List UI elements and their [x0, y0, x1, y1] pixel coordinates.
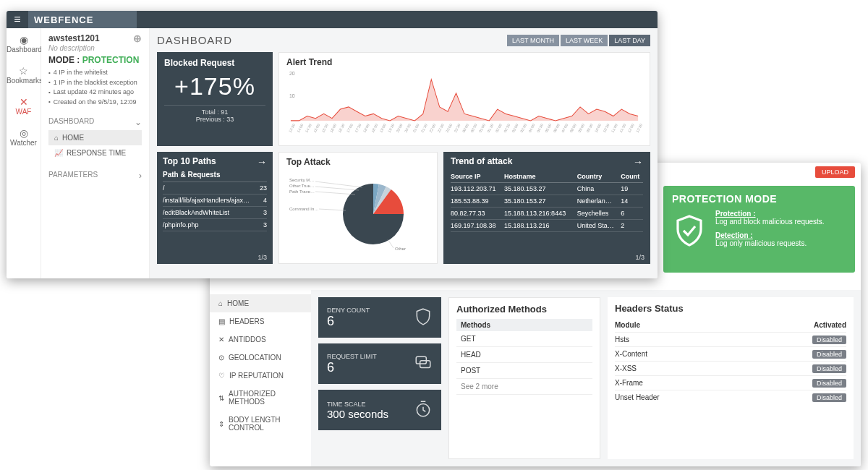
- sidebar-item-home[interactable]: ⌂ HOME: [48, 130, 142, 145]
- arrow-right-icon[interactable]: →: [257, 156, 267, 168]
- rail-item-watcher[interactable]: ◎Watcher: [7, 121, 41, 153]
- svg-text:22:00: 22:00: [428, 123, 436, 134]
- svg-text:11:00: 11:00: [610, 123, 618, 134]
- sidebar-section-parameters[interactable]: PARAMETERS ›: [48, 168, 142, 184]
- project-meta-item: 4 IP in the whitelist: [48, 68, 142, 78]
- svg-text:Security M…: Security M…: [289, 178, 314, 182]
- svg-text:16:30: 16:30: [337, 123, 345, 134]
- svg-text:Command In…: Command In…: [289, 207, 318, 211]
- protection-label: Protection :: [715, 210, 825, 218]
- range-last-month[interactable]: LAST MONTH: [507, 35, 559, 46]
- date-range-toggle: LAST MONTHLAST WEEKLAST DAY: [507, 35, 650, 46]
- project-name: awstest1201: [48, 33, 100, 43]
- mode-label: MODE :: [48, 55, 80, 65]
- svg-text:01:00: 01:00: [478, 123, 486, 134]
- svg-text:20:30: 20:30: [404, 123, 412, 134]
- mode-value: PROTECTION: [82, 55, 140, 65]
- path-row[interactable]: /23: [163, 182, 267, 195]
- attack-row[interactable]: 185.53.88.3935.180.153.27Netherlan…14: [451, 195, 643, 208]
- trend-of-attack-card: Trend of attack→ Source IPHostnameCountr…: [443, 152, 650, 264]
- alert-trend-card: Alert Trend 201013:3014:0014:3015:0015:3…: [278, 52, 650, 146]
- svg-text:20:00: 20:00: [395, 123, 403, 134]
- arrow-right-icon[interactable]: →: [633, 156, 643, 168]
- range-last-week[interactable]: LAST WEEK: [561, 35, 608, 46]
- method-row: GET: [456, 331, 592, 347]
- authorized-methods-card: Authorized Methods Methods GETHEADPOST S…: [448, 297, 600, 459]
- svg-text:20: 20: [289, 70, 295, 76]
- trend-attack-pager: 1/3: [635, 254, 644, 261]
- svg-text:21:30: 21:30: [420, 123, 428, 134]
- sidebar-section-parameters-label: PARAMETERS: [48, 171, 98, 181]
- path-row[interactable]: /phpinfo.php3: [163, 219, 267, 231]
- top-paths-header: Path & Requests: [163, 168, 267, 182]
- protection-mode-panel: PROTECTION MODE Protection : Log and blo…: [663, 186, 855, 273]
- attack-row[interactable]: 193.112.203.7135.180.153.27China19: [451, 183, 643, 195]
- project-more-icon[interactable]: ⊕: [133, 33, 142, 44]
- secondary-nav-ip-reputation[interactable]: ♡IP REPUTATION: [210, 367, 311, 385]
- rail-item-dashboard[interactable]: ◉Dashboard: [7, 28, 41, 59]
- nav-icon: ✕: [218, 336, 224, 343]
- toa-col: Count: [621, 171, 643, 183]
- range-last-day[interactable]: LAST DAY: [609, 35, 650, 46]
- svg-line-49: [315, 181, 362, 187]
- sidebar-section-dashboard[interactable]: DASHBOARD ⌄: [48, 114, 142, 130]
- path-row[interactable]: /install/lib/ajaxHandlers/ajax…4: [163, 195, 267, 207]
- nav-icon: ⌂: [218, 299, 223, 307]
- svg-text:09:00: 09:00: [577, 123, 585, 134]
- blocked-previous: Previous : 33: [164, 116, 265, 123]
- authorized-methods-title: Authorized Methods: [456, 304, 592, 315]
- project-meta-item: 1 IP in the blacklist exception: [48, 78, 142, 88]
- secondary-nav-authorized-methods[interactable]: ⇅AUTHORIZED METHODS: [210, 385, 311, 411]
- attack-row[interactable]: 169.197.108.3815.188.113.216United Sta…2: [451, 220, 643, 232]
- project-sidebar: awstest1201 ⊕ No description MODE : PROT…: [41, 28, 150, 278]
- toa-col: Source IP: [451, 171, 504, 183]
- blocked-title: Blocked Request: [164, 58, 265, 68]
- trend-of-attack-title: Trend of attack: [451, 156, 512, 168]
- top-paths-pager: 1/3: [258, 254, 267, 261]
- svg-text:14:30: 14:30: [305, 123, 312, 134]
- nav-icon: ♡: [218, 372, 225, 380]
- svg-text:02:30: 02:30: [503, 123, 511, 134]
- protection-desc: Log and block malicious requests.: [715, 218, 825, 226]
- path-row[interactable]: /editBlackAndWhiteList3: [163, 207, 267, 219]
- secondary-nav-body-length-control[interactable]: ⇕BODY LENGTH CONTROL: [210, 411, 311, 437]
- headers-col-activated: Activated: [746, 318, 846, 333]
- nav-icon: ▤: [218, 317, 225, 325]
- svg-text:23:00: 23:00: [445, 123, 453, 134]
- attack-row[interactable]: 80.82.77.3315.188.113.216:8443Seychelles…: [451, 208, 643, 220]
- sidebar-item-response-time[interactable]: 📈 RESPONSE TIME: [48, 145, 142, 161]
- top-attack-card: Top Attack Security M…Other:True…Path Tr…: [278, 152, 438, 264]
- secondary-nav-home[interactable]: ⌂HOME: [210, 294, 311, 312]
- rail-item-bookmarks[interactable]: ☆Bookmarks: [7, 59, 41, 90]
- svg-text:05:00: 05:00: [544, 123, 552, 134]
- watcher-icon: ◎: [7, 127, 41, 139]
- see-more-link[interactable]: See 2 more: [456, 379, 592, 395]
- sidebar-section-dashboard-label: DASHBOARD: [48, 117, 94, 127]
- bookmarks-icon: ☆: [7, 65, 41, 77]
- svg-text:Path Trave…: Path Trave…: [289, 189, 315, 194]
- stat-card-deny-count: DENY COUNT6: [318, 297, 441, 338]
- svg-text:19:30: 19:30: [387, 123, 395, 134]
- secondary-nav-geolocation[interactable]: ⊙GEOLOCATION: [210, 349, 311, 367]
- rail-item-waf[interactable]: ✕WAF: [7, 90, 41, 121]
- icon-rail: ◉Dashboard☆Bookmarks✕WAF◎Watcher: [7, 28, 41, 278]
- secondary-nav-headers[interactable]: ▤HEADERS: [210, 312, 311, 330]
- svg-line-55: [319, 209, 346, 210]
- method-row: HEAD: [456, 347, 592, 363]
- blocked-request-card: Blocked Request +175% Total : 91 Previou…: [157, 52, 273, 146]
- chevron-down-icon: ⌄: [135, 117, 142, 127]
- alert-trend-title: Alert Trend: [286, 57, 642, 67]
- sidebar-item-response-label: RESPONSE TIME: [67, 149, 126, 157]
- svg-text:17:30: 17:30: [354, 123, 362, 134]
- svg-text:Other:True…: Other:True…: [289, 184, 315, 188]
- svg-text:14:00: 14:00: [296, 123, 304, 134]
- upload-button[interactable]: UPLOAD: [815, 166, 855, 178]
- alert-trend-chart: 201013:3014:0014:3015:0015:3016:0016:301…: [286, 67, 642, 136]
- hamburger-menu-button[interactable]: ≡: [7, 13, 28, 26]
- svg-text:08:00: 08:00: [569, 123, 576, 134]
- header-status-row: X-ContentDisabled: [615, 347, 846, 362]
- svg-text:10:00: 10:00: [594, 123, 602, 134]
- top-attack-pie-chart: Security M…Other:True…Path Trave…Command…: [286, 167, 431, 254]
- timer-icon: [414, 400, 433, 421]
- secondary-nav-antiddos[interactable]: ✕ANTIDDOS: [210, 330, 311, 349]
